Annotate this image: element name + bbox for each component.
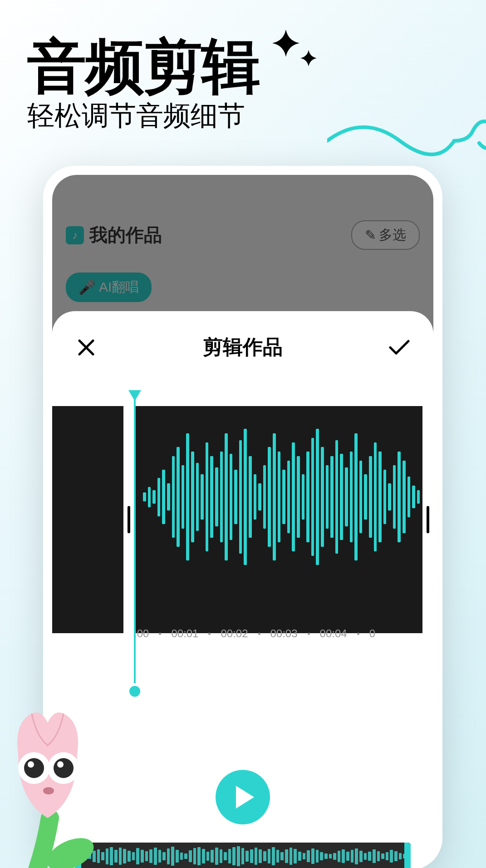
mini-wave-bar <box>338 851 341 862</box>
wave-bar <box>292 442 295 551</box>
trim-handle-left[interactable] <box>123 406 134 633</box>
wave-bar <box>311 438 314 556</box>
mini-wave-bar <box>202 849 205 863</box>
mini-wave-bar <box>381 853 384 859</box>
mini-wave-bar <box>189 850 192 862</box>
mini-wave-bar <box>399 853 402 859</box>
mini-wave-bar <box>158 850 162 863</box>
wave-bar <box>412 486 415 508</box>
confirm-button[interactable] <box>388 336 411 359</box>
mini-wave-bar <box>298 852 301 861</box>
wave-bar <box>230 454 233 540</box>
wave-bar <box>273 433 276 560</box>
wave-bar <box>152 490 156 504</box>
mini-wave-bar <box>285 849 288 863</box>
modal-title: 剪辑作品 <box>203 334 283 361</box>
mini-wave-bar <box>180 853 183 860</box>
wave-bar <box>335 440 339 554</box>
mini-wave-bar <box>193 848 196 864</box>
mini-wave-bar <box>197 847 201 865</box>
close-button[interactable] <box>75 336 98 359</box>
wave-bar <box>345 467 348 526</box>
wave-bar <box>393 465 396 529</box>
wave-bar <box>340 454 343 540</box>
wave-bar <box>364 474 367 520</box>
mini-wave-bar <box>136 848 139 864</box>
flower-mascot <box>0 691 118 868</box>
mini-wave-bar <box>224 852 227 860</box>
mini-wave-bar <box>132 852 135 860</box>
mini-wave-bar <box>290 848 293 865</box>
mini-wave-bar <box>171 847 174 866</box>
wave-bar <box>234 470 237 524</box>
svg-point-3 <box>24 758 44 778</box>
wave-bar <box>403 461 406 533</box>
mini-wave-bar <box>211 850 214 863</box>
mini-wave-bar <box>333 853 336 860</box>
wave-bar <box>172 456 175 538</box>
wave-bar <box>258 483 261 511</box>
mini-wave-bar <box>307 850 310 862</box>
time-label: :00 <box>134 627 149 640</box>
wave-bar <box>321 447 324 547</box>
mini-wave-bar <box>128 851 131 862</box>
wave-bar <box>220 451 223 542</box>
wave-bar <box>244 429 247 565</box>
mini-wave-bar <box>206 852 210 861</box>
wave-bar <box>201 474 204 520</box>
wave-bar <box>191 451 194 542</box>
mini-wave-bar <box>355 848 358 864</box>
svg-point-5 <box>28 761 34 768</box>
wave-bar <box>148 487 151 507</box>
marketing-subtitle: 轻松调节音频细节 <box>27 98 245 134</box>
mini-wave-bar <box>311 848 314 864</box>
wave-bar <box>177 447 180 547</box>
mini-wave-bar <box>294 849 297 863</box>
wave-bar <box>354 433 358 560</box>
mini-wave-bar <box>351 850 354 863</box>
mini-wave-bar <box>390 850 393 863</box>
sparkle-icon <box>268 25 322 90</box>
mini-wave-bar <box>241 848 245 864</box>
wave-bar <box>282 470 285 524</box>
mini-wave-bar <box>303 853 306 859</box>
mini-wave-bar <box>250 849 253 863</box>
svg-point-6 <box>57 761 64 768</box>
playhead[interactable] <box>134 392 136 697</box>
mini-wave-bar <box>215 848 218 865</box>
wave-bar <box>398 451 401 542</box>
wave-bar <box>143 492 146 501</box>
wave-bar <box>383 470 387 524</box>
mini-wave-bar <box>364 853 367 860</box>
mini-waveform-overview[interactable] <box>75 843 411 868</box>
waveform-editor[interactable]: :00 00:01 00:02 00:03 00:04 0 <box>52 392 433 647</box>
mini-wave-bar <box>259 849 262 863</box>
mini-wave-bar <box>280 852 284 860</box>
wave-bar <box>196 463 199 531</box>
wave-bar <box>162 470 165 524</box>
mini-wave-bar <box>276 850 280 863</box>
mini-wave-bar <box>394 851 398 861</box>
waveform-display <box>143 420 420 574</box>
mini-wave-bar <box>237 846 240 866</box>
wave-bar <box>374 442 377 551</box>
mini-wave-bar <box>320 852 323 860</box>
mini-wave-bar <box>119 848 122 865</box>
mini-wave-bar <box>245 851 249 862</box>
wave-bar <box>206 442 209 551</box>
time-label: 0 <box>369 627 375 640</box>
wave-bar <box>210 456 213 538</box>
wave-bar <box>306 451 309 542</box>
time-label: 00:03 <box>270 627 298 640</box>
wave-bar <box>182 465 185 529</box>
mini-handle-right[interactable] <box>404 843 411 868</box>
timeline: :00 00:01 00:02 00:03 00:04 0 <box>134 627 420 640</box>
wave-bar <box>157 478 161 516</box>
play-button[interactable] <box>216 770 270 824</box>
mini-wave-bar <box>346 852 349 861</box>
trim-handle-right[interactable] <box>422 406 433 633</box>
mini-wave-bar <box>342 849 345 863</box>
wave-bar <box>417 490 420 504</box>
wave-bar <box>263 465 266 529</box>
mini-wave-bar <box>145 851 148 861</box>
